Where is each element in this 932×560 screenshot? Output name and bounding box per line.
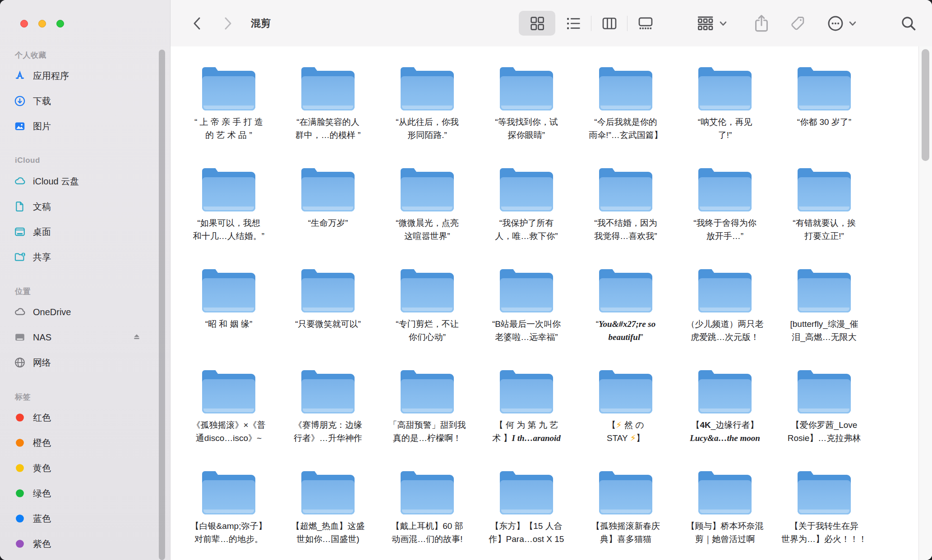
- sidebar-item-label: 下载: [33, 95, 51, 107]
- folder-item[interactable]: “只要微笑就可以”: [278, 248, 378, 349]
- sidebar-item[interactable]: 文稿: [0, 194, 170, 219]
- folder-item[interactable]: “You&#x27;re sobeautiful”: [576, 248, 675, 349]
- chevron-down-icon: [719, 19, 728, 28]
- sidebar-item[interactable]: 下载: [0, 88, 170, 114]
- close-button[interactable]: [20, 20, 28, 28]
- sidebar-item-label: 桌面: [33, 226, 51, 238]
- folder-item[interactable]: “我保护了所有人，唯…救下你”: [477, 147, 576, 248]
- folder-item[interactable]: 《孤独摇滚》×《普通disco…isco》~: [179, 349, 278, 450]
- folder-label: “You&#x27;re sobeautiful”: [596, 317, 655, 344]
- folder-icon: [798, 67, 851, 110]
- view-grid-button[interactable]: [519, 11, 555, 36]
- folder-item[interactable]: “有错就要认，挨打要立正!”: [775, 147, 874, 248]
- sidebar-item[interactable]: 紫色: [0, 531, 170, 556]
- documents-icon: [14, 200, 26, 213]
- share-button[interactable]: [749, 0, 774, 46]
- folder-item[interactable]: “呐艾伦，再见了!”: [675, 46, 775, 147]
- folder-item[interactable]: “从此往后，你我形同陌路.”: [378, 46, 477, 147]
- forward-button[interactable]: [220, 0, 236, 46]
- folder-item[interactable]: “我不结婚，因为我觉得…喜欢我”: [576, 147, 675, 248]
- folder-icon: [698, 370, 752, 413]
- tag-dot-icon: [14, 537, 26, 550]
- sidebar-section-header: 个人收藏: [0, 47, 170, 63]
- folder-item[interactable]: “在满脸笑容的人群中，…的模样 ”: [278, 46, 378, 147]
- sidebar-item[interactable]: 黄色: [0, 455, 170, 481]
- folder-item[interactable]: “我终于舍得为你放开手…”: [675, 147, 775, 248]
- tag-button[interactable]: [785, 0, 810, 46]
- sidebar-item[interactable]: 桌面: [0, 219, 170, 244]
- folder-icon: [202, 471, 255, 514]
- folder-icon: [202, 370, 255, 413]
- folder-item[interactable]: 【戴上耳机】60 部动画混…们的故事!: [378, 450, 477, 551]
- sidebar-item[interactable]: 网络: [0, 350, 170, 375]
- download-icon: [14, 95, 26, 107]
- back-button[interactable]: [189, 0, 205, 46]
- sidebar-item[interactable]: iCloud 云盘: [0, 169, 170, 194]
- scrollbar-thumb[interactable]: [922, 49, 929, 161]
- folder-item[interactable]: 【 何 为 第 九 艺术 】I th…aranoid: [477, 349, 576, 450]
- sidebar-item-label: OneDrive: [33, 307, 71, 317]
- sidebar-scrollbar[interactable]: [159, 50, 165, 560]
- sidebar-item[interactable]: NAS: [0, 325, 170, 350]
- tag-dot-icon: [14, 512, 26, 525]
- sidebar-item[interactable]: 红色: [0, 405, 170, 430]
- tag-dot-icon: [14, 487, 26, 500]
- sidebar-item[interactable]: 图片: [0, 114, 170, 139]
- traffic-lights: [20, 20, 64, 28]
- folder-item[interactable]: （少儿频道）两只老虎爱跳…次元版！: [675, 248, 775, 349]
- view-gallery-button[interactable]: [627, 11, 664, 36]
- folder-item[interactable]: 《赛博朋克：边缘行者》…升华神作: [278, 349, 378, 450]
- view-columns-button[interactable]: [591, 11, 627, 36]
- folder-item[interactable]: 【⚡ 然 のSTAY ⚡】: [576, 349, 675, 450]
- eject-button[interactable]: [131, 332, 142, 343]
- folder-item[interactable]: “专门剪烂，不让你们心动”: [378, 248, 477, 349]
- folder-item[interactable]: “今后我就是你的雨伞!”…玄武国篇】: [576, 46, 675, 147]
- folder-item[interactable]: “微微晨光，点亮这喧嚣世界”: [378, 147, 477, 248]
- folder-item[interactable]: “B站最后一次叫你老婆啦…远幸福”: [477, 248, 576, 349]
- sidebar-section-header: 位置: [0, 283, 170, 299]
- folder-item[interactable]: 「高甜预警」甜到我真的是…柠檬啊！: [378, 349, 477, 450]
- sidebar-item[interactable]: 橙色: [0, 430, 170, 455]
- sidebar-item[interactable]: OneDrive: [0, 299, 170, 325]
- sidebar-item[interactable]: 蓝色: [0, 506, 170, 531]
- folder-icon: [798, 168, 851, 211]
- folder-item[interactable]: 【超燃_热血】这盛世如你…国盛世): [278, 450, 378, 551]
- folder-label: “今后我就是你的雨伞!”…玄武国篇】: [589, 115, 663, 142]
- sidebar-item[interactable]: 绿色: [0, 481, 170, 506]
- folder-item[interactable]: 【关于我转生在异世界为…】必火！！！: [775, 450, 874, 551]
- minimize-button[interactable]: [38, 20, 46, 28]
- folder-label: “微微晨光，点亮这喧嚣世界”: [396, 216, 458, 243]
- tag-dot-icon: [14, 411, 26, 424]
- folder-icon: [500, 67, 553, 110]
- folder-item[interactable]: 【爱你罗茜_LoveRosie】…克拉弗林: [775, 349, 874, 450]
- folder-item[interactable]: “ 上 帝 亲 手 打 造的 艺 术 品 ”: [179, 46, 278, 147]
- folder-item[interactable]: 【4K_边缘行者】Lucy&a…the moon: [675, 349, 775, 450]
- folder-label: “我终于舍得为你放开手…”: [693, 216, 756, 243]
- folder-icon: [798, 269, 851, 312]
- folder-view: “ 上 帝 亲 手 打 造的 艺 术 品 ”“在满脸笑容的人群中，…的模样 ”“…: [171, 46, 932, 560]
- folder-item[interactable]: 【东方】【15 人合作】Para…ost X 15: [477, 450, 576, 551]
- folder-item[interactable]: “生命万岁”: [278, 147, 378, 248]
- sidebar-item[interactable]: 应用程序: [0, 63, 170, 88]
- view-list-button[interactable]: [555, 11, 591, 36]
- folder-item[interactable]: “昭 和 姻 缘”: [179, 248, 278, 349]
- folder-item[interactable]: “等我找到你，试探你眼睛”: [477, 46, 576, 147]
- search-button[interactable]: [896, 0, 921, 46]
- folder-icon: [202, 269, 255, 312]
- zoom-button[interactable]: [56, 20, 64, 28]
- folder-icon: [301, 269, 355, 312]
- sidebar-item[interactable]: 共享: [0, 244, 170, 270]
- folder-item[interactable]: [butterfly_综漫_催泪_高燃…无限大: [775, 248, 874, 349]
- folder-item[interactable]: “如果可以，我想和十几…人结婚。”: [179, 147, 278, 248]
- folder-label: “我保护了所有人，唯…救下你”: [495, 216, 558, 243]
- folder-item[interactable]: 【顾与】桥本环奈混剪｜她曾活过啊: [675, 450, 775, 551]
- folder-item[interactable]: 【孤独摇滚新春庆典】喜多猫猫: [576, 450, 675, 551]
- more-button[interactable]: [820, 0, 863, 46]
- chevron-down-icon: [848, 19, 857, 28]
- folder-label: “专门剪烂，不让你们心动”: [396, 317, 458, 344]
- folder-item[interactable]: “你都 30 岁了”: [775, 46, 874, 147]
- group-by-button[interactable]: [692, 0, 733, 46]
- scrollbar-track[interactable]: [918, 46, 932, 560]
- folder-item[interactable]: 【白银&amp;弥子】对前辈…的地步。: [179, 450, 278, 551]
- folder-icon: [599, 471, 652, 514]
